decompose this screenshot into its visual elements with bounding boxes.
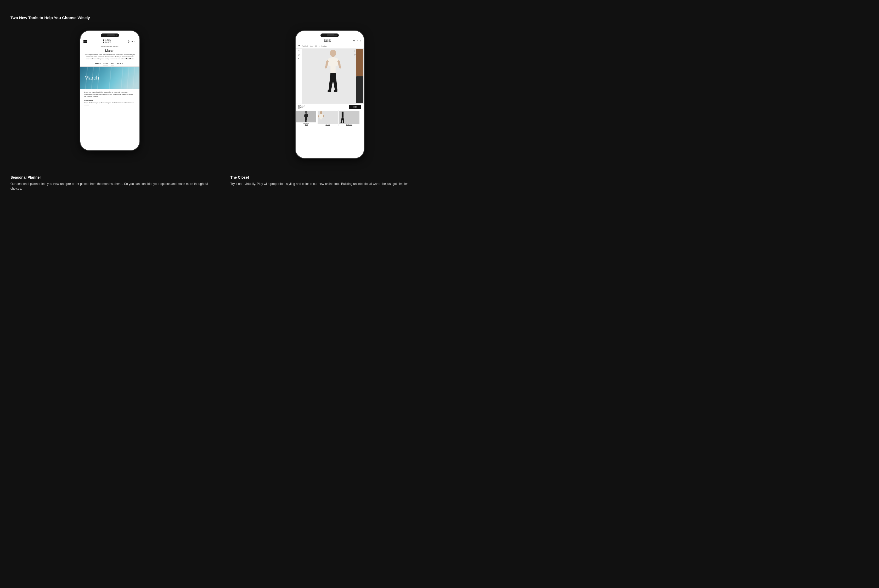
see-bottoms-label[interactable]: See Bottoms [346,124,352,126]
notch-dot [116,35,117,36]
closet-search-icon[interactable]: ⚲ [353,40,355,42]
phone-notch-right [321,33,339,37]
sp-tab-may[interactable]: MAY [111,63,114,65]
left-section: EILEEN FISHER ⚲ ⚬ □ Home / Seasonal Plan… [10,30,220,169]
filter-tab-all[interactable]: All [298,45,300,47]
brown-thumb[interactable] [356,49,363,76]
sp-screen: EILEEN FISHER ⚲ ⚬ □ Home / Seasonal Plan… [80,31,140,150]
right-section: EILEEN FISHER ⚲ ⚬ □ All Polished Linen + [220,30,429,169]
closet-checkboxes: Tucked In Back [298,105,306,108]
svg-point-2 [325,66,327,69]
sp-shapes-heading: The Shapes [84,99,136,101]
thumb-next-arrow[interactable]: › [360,110,364,126]
right-phone-mockup: EILEEN FISHER ⚲ ⚬ □ All Polished Linen + [295,30,364,159]
hamburger-icon[interactable] [84,40,87,43]
tucked-in-label: Tucked In [300,105,306,107]
closet-info2-icon[interactable]: ⓘ [354,53,356,56]
svg-rect-5 [305,120,306,122]
thumb-see-tops[interactable]: See Tops [317,110,339,126]
search-icon[interactable]: ⚲ [128,40,129,43]
heart-icon: ♥ [319,45,320,47]
closet-screen: EILEEN FISHER ⚲ ⚬ □ All Polished Linen + [296,31,364,158]
svg-rect-8 [342,112,344,118]
bottom-labels: Seasonal Planner Our seasonal planner le… [10,175,429,191]
phone-notch-left [101,33,119,37]
left-phone-screen: EILEEN FISHER ⚲ ⚬ □ Home / Seasonal Plan… [80,31,140,150]
thumb-top-svg [318,111,325,123]
sp-tab-viewall[interactable]: VIEW ALL [117,63,125,65]
shop-button[interactable]: SHOP [349,105,361,109]
closet-bag-icon[interactable]: □ [360,40,361,42]
closet-right-icons: ♡ ⓘ + [354,50,356,59]
sp-shapes-text: Simple, effortless shapes you'll wear on… [84,102,136,106]
read-more-link[interactable]: Read More [126,58,134,60]
the-closet-title: The Closet [231,175,429,179]
tucked-in-checkbox[interactable] [298,105,300,107]
sp-header: EILEEN FISHER ⚲ ⚬ □ [80,31,140,45]
back-checkbox[interactable] [298,107,300,108]
thumb-img-top [318,111,338,123]
closet-bottom-bar: Tucked In Back SHOP [296,104,364,110]
model-figure [321,49,345,100]
closet-zoom2-icon[interactable]: + [354,57,356,59]
dark-thumb[interactable] [356,76,363,103]
sp-tab-april[interactable]: APRIL [104,63,108,65]
svg-point-4 [305,111,308,114]
sp-screen-title: March [80,49,140,52]
choose-model-label[interactable]: Choose YourModel [303,123,309,126]
sp-breadcrumb: Home / Seasonal Planner / [80,45,140,48]
notch-dot-right [335,35,337,36]
back-label: Back [300,107,303,108]
thumb-img-model [296,111,316,122]
right-phone-screen: EILEEN FISHER ⚲ ⚬ □ All Polished Linen + [296,31,364,158]
notch-capsule [107,34,115,36]
see-tops-label[interactable]: See Tops [326,124,330,126]
page-title: Two New Tools to Help You Choose Wisely [10,15,429,20]
closet-brand: EILEEN FISHER [324,39,332,43]
sp-tabs: MARCH APRIL MAY VIEW ALL [80,62,140,67]
bag-icon[interactable]: □ [135,40,136,43]
the-closet-section: The Closet Try it on—virtually. Play wit… [220,175,429,191]
info-icon[interactable]: ⓘ [298,54,300,56]
thumb-choose-model[interactable]: Choose YourModel [296,110,317,126]
closet-left-sidebar: ⇱ ⓘ + [296,49,302,104]
closet-heart-icon[interactable]: ♡ [354,50,356,52]
sp-description: Your simple wardrobe starts here. Our Se… [80,54,140,60]
the-closet-desc: Try it on—virtually. Play with proportio… [231,182,429,186]
sp-tab-march[interactable]: MARCH [95,63,101,65]
zoom-icon[interactable]: + [298,57,299,59]
side-thumbnails [356,49,364,104]
notch-capsule-right [327,34,334,36]
seasonal-planner-desc: Our seasonal planner lets you view and p… [10,182,209,191]
back-row: Back [298,107,306,108]
svg-point-7 [320,111,322,114]
closet-header: EILEEN FISHER ⚲ ⚬ □ [296,31,364,44]
filter-tab-linen[interactable]: Linen + Silk [310,45,317,47]
closet-main-area: ⇱ ⓘ + [296,49,364,104]
filter-tab-polished[interactable]: Polished [302,45,308,47]
closet-header-icons: ⚲ ⚬ □ [353,40,361,42]
thumb-bottom-svg [339,111,346,123]
sp-header-icons: ⚲ ⚬ □ [128,40,136,43]
svg-rect-6 [306,120,307,122]
sp-hero-text: March [84,75,99,81]
tucked-in-row: Tucked In [298,105,306,107]
closet-hamburger-icon[interactable] [299,40,302,42]
sp-brand: EILEEN FISHER [103,39,111,44]
top-divider [10,8,429,8]
seasonal-planner-title: Seasonal Planner [10,175,209,179]
sp-hero-image: March [80,67,140,89]
filter-tab-favorites[interactable]: ♥ Favorites [319,45,327,47]
main-content: EILEEN FISHER ⚲ ⚬ □ Home / Seasonal Plan… [10,30,429,169]
sp-body-paragraph: Unlock your wardrobe with key shapes tha… [84,91,136,98]
person-icon[interactable]: ⚬ [131,40,133,43]
thumb-see-bottoms[interactable]: See Bottoms [339,110,360,126]
expand-icon[interactable]: ⇱ [298,50,300,52]
closet-thumbnails: Choose YourModel [296,110,364,126]
closet-person-icon[interactable]: ⚬ [356,40,358,42]
closet-filter-tabs: All Polished Linen + Silk ♥ Favorites [296,44,364,49]
page-wrapper: Two New Tools to Help You Choose Wisely [0,0,440,207]
svg-point-3 [339,66,341,69]
seasonal-planner-section: Seasonal Planner Our seasonal planner le… [10,175,220,191]
left-phone-mockup: EILEEN FISHER ⚲ ⚬ □ Home / Seasonal Plan… [80,30,140,151]
